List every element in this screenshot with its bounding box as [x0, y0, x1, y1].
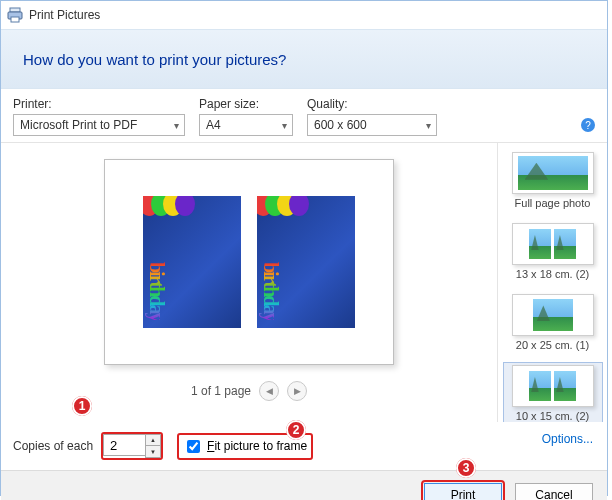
preview-area: birthday birthday 1 of 1 page ◀ ▶: [1, 143, 497, 422]
preview-image-1: birthday: [143, 196, 241, 328]
layout-label: 13 x 18 cm. (2): [516, 268, 589, 280]
quality-value: 600 x 600: [314, 118, 367, 132]
pager: 1 of 1 page ◀ ▶: [191, 381, 307, 401]
printer-icon: [7, 7, 23, 23]
copies-up-button[interactable]: ▲: [146, 435, 160, 446]
quality-group: Quality: 600 x 600: [307, 97, 437, 136]
paper-size-select[interactable]: A4: [199, 114, 293, 136]
preview-image-2: birthday: [257, 196, 355, 328]
svg-rect-0: [10, 8, 20, 12]
preview-sheet: birthday birthday: [104, 159, 394, 365]
copies-label: Copies of each: [13, 439, 93, 453]
printer-select[interactable]: Microsoft Print to PDF: [13, 114, 185, 136]
header-band: How do you want to print your pictures?: [1, 29, 607, 89]
layout-20x25[interactable]: 20 x 25 cm. (1): [503, 291, 603, 356]
printer-value: Microsoft Print to PDF: [20, 118, 137, 132]
svg-rect-2: [11, 17, 19, 22]
copies-spinner: ▲ ▼: [101, 432, 163, 460]
help-icon[interactable]: ?: [581, 118, 595, 132]
callout-3: 3: [456, 458, 476, 478]
prev-page-button[interactable]: ◀: [259, 381, 279, 401]
body-row: birthday birthday 1 of 1 page ◀ ▶ Full p…: [1, 142, 607, 422]
callout-1: 1: [72, 396, 92, 416]
callout-2: 2: [286, 420, 306, 440]
header-question: How do you want to print your pictures?: [23, 51, 286, 68]
copies-down-button[interactable]: ▼: [146, 446, 160, 457]
quality-label: Quality:: [307, 97, 437, 111]
layout-label: 20 x 25 cm. (1): [516, 339, 589, 351]
layout-13x18[interactable]: 13 x 18 cm. (2): [503, 220, 603, 285]
layout-panel[interactable]: Full page photo 13 x 18 cm. (2) 20 x 25 …: [497, 143, 607, 422]
print-button-label: rint: [459, 488, 476, 501]
options-link[interactable]: Options...: [542, 432, 593, 446]
title-bar: Print Pictures: [1, 1, 607, 29]
printer-label: Printer:: [13, 97, 185, 111]
fit-picture-checkbox[interactable]: [187, 440, 200, 453]
print-button[interactable]: Print: [424, 483, 502, 501]
paper-size-value: A4: [206, 118, 221, 132]
button-bar: Print Cancel: [1, 470, 607, 500]
layout-label: 10 x 15 cm. (2): [516, 410, 589, 422]
controls-row: Printer: Microsoft Print to PDF Paper si…: [1, 89, 607, 142]
cancel-button[interactable]: Cancel: [515, 483, 593, 501]
next-page-button[interactable]: ▶: [287, 381, 307, 401]
layout-label: Full page photo: [515, 197, 591, 209]
printer-group: Printer: Microsoft Print to PDF: [13, 97, 185, 136]
page-indicator: 1 of 1 page: [191, 384, 251, 398]
window-title: Print Pictures: [29, 8, 100, 22]
paper-size-group: Paper size: A4: [199, 97, 293, 136]
quality-select[interactable]: 600 x 600: [307, 114, 437, 136]
print-pictures-dialog: Print Pictures How do you want to print …: [0, 0, 608, 496]
layout-full-page[interactable]: Full page photo: [503, 149, 603, 214]
layout-10x15[interactable]: 10 x 15 cm. (2): [503, 362, 603, 422]
fit-picture-label: Fit picture to frame: [207, 439, 307, 453]
copies-input[interactable]: [103, 434, 145, 456]
paper-size-label: Paper size:: [199, 97, 293, 111]
